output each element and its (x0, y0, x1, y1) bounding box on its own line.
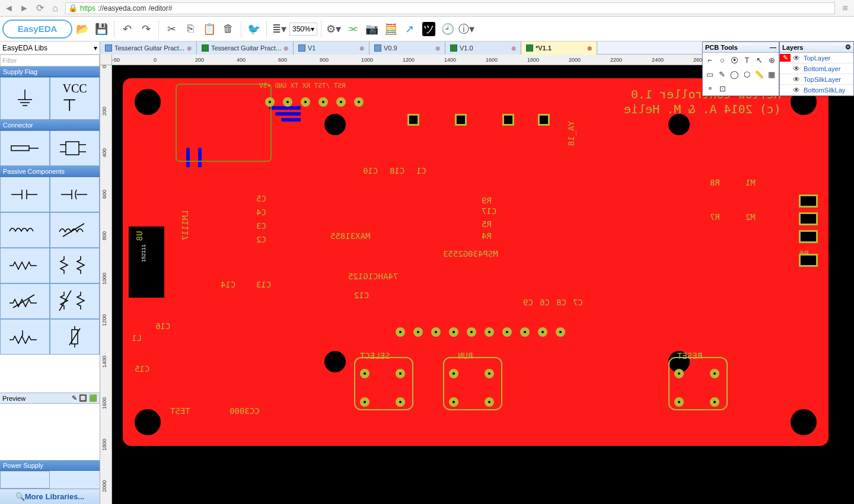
close-icon[interactable]: ⊗ (359, 45, 364, 52)
home-button[interactable]: ⌂ (50, 3, 60, 14)
forward-button[interactable]: ► (19, 3, 30, 14)
settings-button[interactable]: ⚙▾ (325, 20, 343, 38)
tab[interactable]: V1⊗ (294, 42, 369, 55)
part-pot[interactable] (0, 283, 50, 319)
part-gnd[interactable] (0, 77, 50, 120)
eye-icon[interactable]: 👁 (791, 65, 802, 73)
delete-button[interactable]: 🗑 (219, 20, 237, 38)
part-ind[interactable] (0, 212, 50, 248)
url-bar[interactable]: 🔒 https://easyeda.com/editor# (65, 2, 835, 14)
circle-tool[interactable]: ◯ (729, 68, 741, 80)
help-button[interactable]: ⓘ▾ (458, 20, 476, 38)
part-cap-p[interactable] (50, 177, 100, 212)
close-icon[interactable]: ⊗ (283, 45, 288, 52)
eye-icon[interactable]: 👁 (791, 86, 802, 94)
eye-icon[interactable]: 👁 (791, 75, 802, 84)
part-pwr[interactable] (0, 471, 50, 489)
tab[interactable]: *V1.1⊗ (521, 42, 597, 55)
pad (538, 114, 550, 126)
category-passive[interactable]: Passive Components (0, 166, 100, 177)
category-power[interactable]: Power Supply (0, 460, 100, 471)
part-vcc[interactable]: VCC⊤ (50, 77, 100, 120)
ruler-tick: 2000 (101, 480, 107, 492)
category-supply-flag[interactable]: Supply Flag (0, 66, 100, 77)
redo-button[interactable]: ↷ (137, 20, 155, 38)
dimension-tool[interactable]: ⬡ (741, 68, 753, 80)
sim-button[interactable]: ツ (420, 20, 438, 38)
close-icon[interactable]: ⊗ (435, 45, 440, 52)
part-ind-var[interactable] (50, 212, 100, 248)
copper-tool[interactable]: ▦ (766, 68, 777, 80)
close-icon[interactable]: ⊗ (587, 45, 592, 52)
tab-type-icon (105, 44, 112, 52)
via-tool[interactable]: ⦿ (729, 54, 741, 66)
align-button[interactable]: ≣▾ (270, 20, 288, 38)
share-button[interactable]: ⫘ (344, 20, 362, 38)
zoom-combo[interactable]: 350% ▾ (289, 23, 317, 36)
undo-button[interactable]: ↶ (118, 20, 136, 38)
part-cap-np[interactable] (0, 177, 50, 212)
silk-select: SELECT (360, 351, 390, 361)
tab[interactable]: Tesseract Guitar Pract...⊗ (100, 42, 197, 55)
paste-button[interactable]: 📋 (200, 20, 218, 38)
silk-u8: U8 (135, 231, 144, 241)
more-libraries-button[interactable]: 🔍 More Libraries... (0, 489, 100, 504)
via (520, 327, 530, 337)
layer-row[interactable]: 👁BottomSilkLay (780, 85, 853, 95)
part-res2[interactable] (50, 248, 100, 283)
eye-icon[interactable]: 👁 (791, 54, 802, 62)
category-connector[interactable]: Connector (0, 120, 100, 130)
open-button[interactable]: 📂 (74, 20, 91, 38)
arc-tool[interactable]: ↖ (753, 54, 765, 66)
layer-row[interactable]: 👁TopSilkLayer (780, 74, 853, 85)
part-diode[interactable] (50, 319, 100, 355)
layer-edit-icon[interactable]: ✎ (780, 54, 791, 62)
tab[interactable]: V1.0⊗ (445, 42, 521, 55)
pcb-tools-panel[interactable]: PCB Tools— ⌐ ○ ⦿ T ↖ ⊕ ▭ ✎ ◯ ⬡ 📏 ▦ ⚬ ⊡ (702, 42, 779, 96)
close-icon[interactable]: ⊗ (511, 45, 516, 52)
pcb-canvas[interactable]: Reflow Controller 1.0 (c) 2014 A. & M. H… (112, 65, 854, 504)
layer-row[interactable]: 👁BottomLayer (780, 63, 853, 74)
menu-button[interactable]: ≡ (840, 3, 850, 14)
pad (455, 114, 467, 126)
connect-tool[interactable]: ⚬ (704, 82, 716, 94)
gear-icon[interactable]: ⚙ (845, 43, 851, 51)
filter-input[interactable]: Filter (0, 55, 100, 66)
pcb-board[interactable]: Reflow Controller 1.0 (c) 2014 A. & M. H… (123, 78, 828, 446)
via (265, 97, 275, 107)
part-var[interactable] (50, 283, 100, 319)
flip-button[interactable]: 🐦 (245, 20, 263, 38)
reload-button[interactable]: ⟳ (34, 3, 45, 14)
layer-row[interactable]: ✎👁TopLayer (780, 53, 853, 63)
mounting-hole (324, 114, 346, 135)
image-tool[interactable]: ✎ (716, 68, 728, 80)
close-icon[interactable]: ⊗ (187, 45, 192, 52)
back-button[interactable]: ◄ (4, 3, 14, 14)
part-tap[interactable] (0, 319, 50, 355)
preview-tools[interactable]: ✎ 🔲 🟩 (72, 394, 97, 402)
group-tool[interactable]: ⊡ (716, 82, 728, 94)
copy-button[interactable]: ⎘ (181, 20, 199, 38)
measure-tool[interactable]: 📏 (753, 68, 765, 80)
track-tool[interactable]: ⌐ (704, 54, 716, 66)
dropdown-icon[interactable]: ▾ (94, 44, 97, 52)
text-tool[interactable]: T (741, 54, 753, 66)
pad-tool[interactable]: ○ (716, 54, 728, 66)
collapse-icon[interactable]: — (770, 44, 776, 51)
layers-panel[interactable]: Layers⚙ ✎👁TopLayer👁BottomLayer👁TopSilkLa… (779, 42, 854, 96)
hole-tool[interactable]: ⊕ (766, 54, 777, 66)
history-button[interactable]: 🕘 (439, 20, 457, 38)
rect-tool[interactable]: ▭ (704, 68, 716, 80)
save-button[interactable]: 💾 (93, 20, 110, 38)
part-conn1[interactable] (0, 130, 50, 166)
svg-rect-26 (176, 84, 271, 161)
bom-button[interactable]: 🧮 (382, 20, 400, 38)
part-res[interactable] (0, 248, 50, 283)
tab[interactable]: Tesseract Guitar Pract...⊗ (197, 42, 294, 55)
tab[interactable]: V0.9⊗ (369, 42, 445, 55)
part-conn2[interactable] (50, 130, 100, 166)
export-button[interactable]: ↗ (401, 20, 419, 38)
logo[interactable]: EasyEDA (2, 20, 72, 39)
camera-button[interactable]: 📷 (363, 20, 381, 38)
cut-button[interactable]: ✂ (162, 20, 180, 38)
